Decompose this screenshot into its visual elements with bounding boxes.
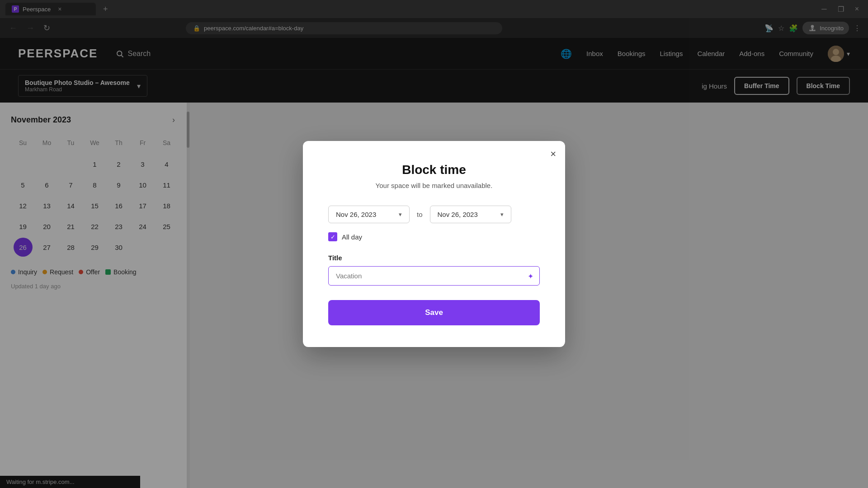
modal-overlay[interactable]: × Block time Your space will be marked u… <box>0 0 868 488</box>
title-input-wrap: ✦ <box>328 266 540 286</box>
date-to-select[interactable]: Nov 26, 2023 ▾ <box>430 206 511 223</box>
modal-close-button[interactable]: × <box>550 148 556 160</box>
checkbox-check-icon: ✓ <box>330 234 335 240</box>
allday-checkbox[interactable]: ✓ <box>328 232 337 241</box>
modal-title: Block time <box>328 163 540 177</box>
allday-row: ✓ All day <box>328 232 540 241</box>
date-range-row: Nov 26, 2023 ▾ to Nov 26, 2023 ▾ <box>328 206 540 223</box>
title-input[interactable] <box>328 266 540 286</box>
to-label: to <box>417 211 423 218</box>
title-field-label: Title <box>328 254 540 262</box>
date-to-chevron-icon: ▾ <box>500 211 504 218</box>
required-star-icon: ✦ <box>528 272 533 280</box>
date-to-value: Nov 26, 2023 <box>438 211 478 218</box>
allday-label: All day <box>342 233 362 241</box>
date-from-value: Nov 26, 2023 <box>336 211 376 218</box>
save-button[interactable]: Save <box>328 300 540 325</box>
block-time-modal: × Block time Your space will be marked u… <box>303 141 565 347</box>
modal-subtitle: Your space will be marked unavailable. <box>328 182 540 189</box>
date-from-select[interactable]: Nov 26, 2023 ▾ <box>328 206 410 223</box>
date-from-chevron-icon: ▾ <box>399 211 402 218</box>
